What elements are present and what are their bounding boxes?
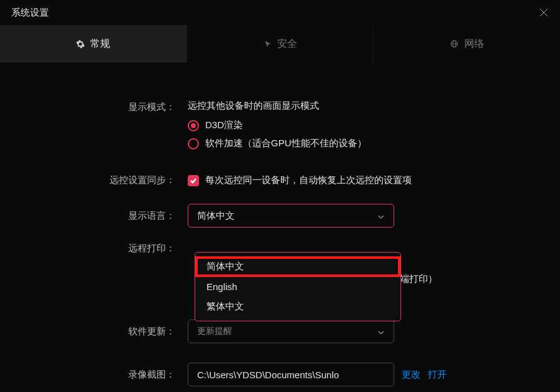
update-row: 软件更新： 更新提醒 xyxy=(0,319,560,343)
radio-software[interactable] xyxy=(188,138,199,149)
chevron-down-icon xyxy=(377,328,385,335)
content-area: 显示模式： 远控其他设备时的画面显示模式 D3D渲染 软件加速（适合GPU性能不… xyxy=(0,63,560,254)
language-selected: 简体中文 xyxy=(197,210,235,222)
close-button[interactable] xyxy=(539,8,549,18)
tab-general[interactable]: 常规 xyxy=(0,25,187,63)
title-bar: 系统设置 xyxy=(0,0,560,25)
display-mode-label: 显示模式： xyxy=(0,100,188,113)
language-select[interactable]: 简体中文 xyxy=(188,204,394,228)
sync-checkbox[interactable] xyxy=(188,175,199,186)
chevron-down-icon xyxy=(377,212,385,219)
language-label: 显示语言： xyxy=(0,210,188,222)
tab-label: 安全 xyxy=(277,38,297,51)
radio-d3d-label: D3D渲染 xyxy=(205,119,243,131)
sync-text: 每次远控同一设备时，自动恢复上次远控的设置项 xyxy=(205,174,412,186)
tab-label: 常规 xyxy=(90,38,110,51)
display-mode-desc: 远控其他设备时的画面显示模式 xyxy=(188,100,560,112)
recording-row: 录像截图： 更改 打开 xyxy=(0,363,560,386)
remote-print-partial-text: 端打印） xyxy=(400,273,437,285)
sync-row: 远控设置同步： 每次远控同一设备时，自动恢复上次远控的设置项 xyxy=(0,174,560,186)
tab-security[interactable]: 安全 xyxy=(187,25,374,63)
remote-print-label: 远程打印： xyxy=(0,243,188,254)
language-option-en[interactable]: English xyxy=(195,277,400,296)
update-select[interactable]: 更新提醒 xyxy=(188,319,394,343)
language-dropdown: 简体中文 English 繁体中文 xyxy=(195,252,401,321)
tab-network[interactable]: 网络 xyxy=(374,25,560,63)
check-icon xyxy=(190,177,197,184)
language-option-zh-cn[interactable]: 简体中文 xyxy=(195,256,400,277)
shield-icon xyxy=(263,39,272,49)
tabs-bar: 常规 安全 网络 xyxy=(0,25,560,63)
radio-d3d-row[interactable]: D3D渲染 xyxy=(188,119,560,131)
change-link[interactable]: 更改 xyxy=(402,369,420,381)
update-label: 软件更新： xyxy=(0,326,188,338)
radio-software-row[interactable]: 软件加速（适合GPU性能不佳的设备） xyxy=(188,138,560,149)
language-row: 显示语言： 简体中文 xyxy=(0,204,560,228)
globe-icon xyxy=(450,39,459,49)
update-selected: 更新提醒 xyxy=(197,326,232,337)
window-title: 系统设置 xyxy=(11,7,49,19)
close-icon xyxy=(539,8,548,17)
gear-icon xyxy=(76,39,85,49)
radio-d3d[interactable] xyxy=(188,120,199,131)
open-link[interactable]: 打开 xyxy=(428,369,447,381)
tab-label: 网络 xyxy=(464,38,484,51)
recording-path-input[interactable] xyxy=(188,363,394,386)
display-mode-row: 显示模式： 远控其他设备时的画面显示模式 D3D渲染 软件加速（适合GPU性能不… xyxy=(0,100,560,156)
language-option-zh-tw[interactable]: 繁体中文 xyxy=(195,296,400,317)
recording-label: 录像截图： xyxy=(0,369,188,381)
radio-software-label: 软件加速（适合GPU性能不佳的设备） xyxy=(205,138,367,149)
sync-checkbox-row[interactable]: 每次远控同一设备时，自动恢复上次远控的设置项 xyxy=(188,174,560,186)
sync-label: 远控设置同步： xyxy=(0,174,188,186)
